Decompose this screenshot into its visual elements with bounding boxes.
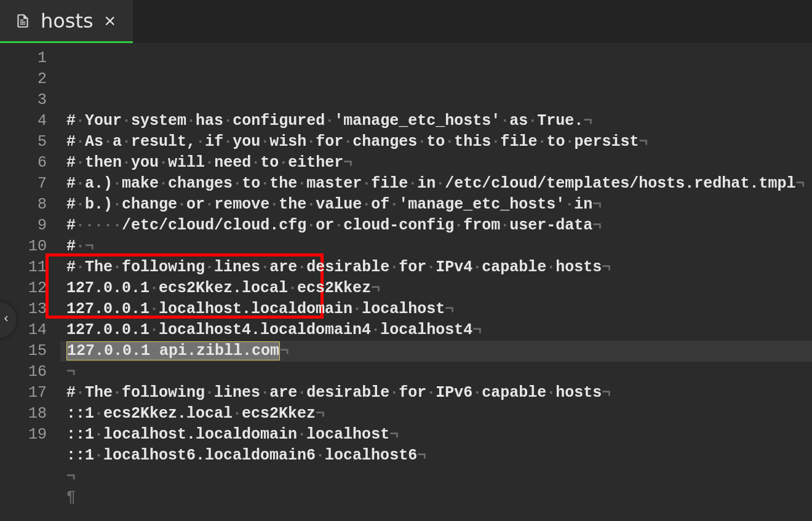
line-number: 19 (0, 424, 60, 445)
line-number: 11 (0, 257, 60, 278)
tab-hosts[interactable]: hosts (0, 0, 133, 43)
tab-filename: hosts (41, 9, 94, 33)
code-line[interactable]: ¬ (60, 362, 812, 383)
line-number: 1 (0, 48, 60, 69)
close-icon[interactable] (103, 14, 117, 28)
chevron-left-icon (1, 313, 12, 327)
line-number: 12 (0, 278, 60, 299)
line-number: 3 (0, 90, 60, 111)
line-number: 18 (0, 404, 60, 424)
code-line[interactable]: #·Your·system·has·configured·'manage_etc… (60, 111, 812, 132)
line-number: 10 (0, 236, 60, 257)
code-line[interactable]: #·¬ (60, 236, 812, 257)
code-line[interactable]: 127.0.0.1·localhost4.localdomain4·localh… (60, 320, 812, 341)
line-number: 9 (0, 215, 60, 236)
code-line[interactable]: ¶ (60, 487, 812, 508)
line-number: 4 (0, 111, 60, 132)
code-line[interactable]: ::1·ecs2Kkez.local·ecs2Kkez¬ (60, 404, 812, 424)
line-number-gutter: 12345678910111213141516171819 (0, 43, 60, 521)
file-icon (15, 13, 31, 29)
code-line[interactable]: #·As·a·result,·if·you·wish·for·changes·t… (60, 132, 812, 153)
line-number: 6 (0, 153, 60, 173)
line-number: 15 (0, 341, 60, 362)
editor-area[interactable]: 12345678910111213141516171819 #·Your·sys… (0, 43, 812, 521)
code-line[interactable]: #·The·following·lines·are·desirable·for·… (60, 257, 812, 278)
line-number: 2 (0, 69, 60, 90)
tab-bar: hosts (0, 0, 812, 43)
code-line[interactable]: #·····/etc/cloud/cloud.cfg·or·cloud-conf… (60, 215, 812, 236)
code-line[interactable]: 127.0.0.1·ecs2Kkez.local·ecs2Kkez¬ (60, 278, 812, 299)
code-line[interactable]: 127.0.0.1·api.zibll.com¬ (60, 341, 812, 362)
code-line[interactable]: #·then·you·will·need·to·either¬ (60, 153, 812, 173)
code-line[interactable]: ¬ (60, 466, 812, 487)
code-content[interactable]: #·Your·system·has·configured·'manage_etc… (60, 43, 812, 521)
line-number: 17 (0, 383, 60, 404)
code-line[interactable]: #·a.)·make·changes·to·the·master·file·in… (60, 173, 812, 194)
code-line[interactable]: ::1·localhost.localdomain·localhost¬ (60, 424, 812, 445)
line-number: 7 (0, 173, 60, 194)
code-line[interactable]: 127.0.0.1·localhost.localdomain·localhos… (60, 299, 812, 320)
line-number: 8 (0, 194, 60, 215)
line-number: 16 (0, 362, 60, 383)
code-line[interactable]: ::1·localhost6.localdomain6·localhost6¬ (60, 445, 812, 466)
line-number: 5 (0, 132, 60, 153)
code-line[interactable]: #·The·following·lines·are·desirable·for·… (60, 383, 812, 404)
code-line[interactable]: #·b.)·change·or·remove·the·value·of·'man… (60, 194, 812, 215)
